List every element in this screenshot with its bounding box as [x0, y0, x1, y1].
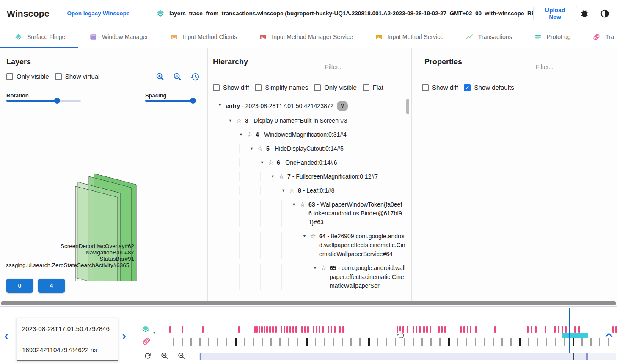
frame-tick[interactable] [333, 338, 334, 346]
horizontal-scrollbar[interactable] [1, 301, 616, 305]
transition-event-tick[interactable] [319, 326, 320, 333]
transition-event-tick[interactable] [339, 326, 341, 333]
transition-event-tick[interactable] [301, 326, 303, 333]
transition-event-tick[interactable] [494, 326, 496, 333]
tab-protolog[interactable]: ProtoLog [523, 27, 582, 48]
tab-input-method-service[interactable]: Input Method Service [364, 27, 454, 48]
transition-event-tick[interactable] [307, 326, 309, 333]
frame-tick[interactable] [226, 338, 227, 346]
transition-event-tick[interactable] [284, 326, 285, 333]
tree-node-7[interactable]: ▼☆7 - FullscreenMagnification:0:12#7 [208, 170, 405, 184]
transition-event-tick[interactable] [281, 326, 282, 333]
expand-caret-icon[interactable]: ▼ [271, 172, 278, 179]
transition-event-tick[interactable] [463, 326, 465, 333]
frame-tick[interactable] [528, 338, 529, 346]
pin-star-icon[interactable]: ☆ [236, 116, 245, 125]
transition-event-tick[interactable] [316, 326, 317, 333]
reset-view-icon[interactable] [190, 72, 200, 82]
frame-tick[interactable] [342, 338, 343, 346]
frame-tick[interactable] [182, 338, 183, 346]
pin-star-icon[interactable]: ☆ [289, 186, 298, 195]
tree-node-63[interactable]: ▼☆63 - WallpaperWindowToken{fa0eef6 toke… [208, 198, 405, 229]
transition-event-tick[interactable] [202, 326, 204, 333]
transition-event-tick[interactable] [413, 326, 414, 333]
transitions-trace-icon[interactable] [142, 336, 151, 346]
transition-event-tick[interactable] [328, 326, 329, 333]
pin-star-icon[interactable]: ☆ [247, 130, 256, 139]
tree-node-6[interactable]: ▼☆6 - OneHanded:0:14#6 [208, 156, 405, 170]
expand-caret-icon[interactable]: ▼ [239, 130, 247, 137]
expand-caret-icon[interactable]: ▼ [313, 264, 321, 270]
expand-caret-icon[interactable]: ▼ [303, 232, 310, 238]
collapse-timeline-icon[interactable] [604, 331, 614, 338]
frame-tick[interactable] [244, 338, 245, 346]
transition-event-tick[interactable] [475, 326, 477, 333]
frame-tick[interactable] [368, 338, 370, 346]
properties-filter-input[interactable] [535, 62, 611, 72]
checkbox-show-defaults[interactable]: ✓Show defaults [464, 84, 514, 91]
tree-node-entry[interactable]: ▼entry - 2023-08-28T17:01:50.421423872V [208, 98, 405, 114]
transition-event-tick[interactable] [562, 326, 563, 333]
transition-event-tick[interactable] [426, 326, 428, 333]
open-legacy-link[interactable]: Open legacy Winscope [67, 10, 130, 17]
frame-tick[interactable] [457, 338, 458, 346]
transition-event-tick[interactable] [565, 326, 567, 333]
display-button-4[interactable]: 4 [38, 279, 65, 293]
frame-tick[interactable] [270, 338, 272, 346]
display-button-0[interactable]: 0 [6, 279, 33, 293]
transition-event-tick[interactable] [438, 326, 440, 333]
tab-window-manager[interactable]: Window Manager [78, 27, 159, 48]
checkbox-box[interactable] [255, 84, 262, 91]
frame-tick[interactable] [546, 338, 547, 346]
frame-tick[interactable] [484, 338, 485, 346]
transition-event-tick[interactable] [272, 326, 274, 333]
frame-tick[interactable] [430, 338, 432, 346]
checkbox-box[interactable] [6, 73, 13, 80]
pin-star-icon[interactable]: ☆ [300, 200, 308, 209]
frame-tick[interactable] [590, 338, 592, 346]
frame-tick[interactable] [288, 338, 289, 346]
transition-event-tick[interactable] [558, 326, 559, 333]
refresh-icon[interactable] [143, 352, 152, 360]
transition-event-tick[interactable] [292, 326, 294, 333]
transition-event-tick[interactable] [266, 326, 268, 333]
tree-node-64[interactable]: ▼☆64 - 8e26909 com.google.android.wallpa… [208, 229, 405, 261]
rotation-slider[interactable] [6, 98, 59, 104]
checkbox-box[interactable] [422, 84, 429, 91]
frame-tick[interactable] [217, 338, 218, 346]
tab-transactions[interactable]: Transactions [454, 27, 523, 48]
checkbox-show-diff[interactable]: Show diff [422, 84, 458, 91]
expand-caret-icon[interactable]: ▼ [281, 186, 289, 193]
tab-input-method-clients[interactable]: Input Method Clients [159, 27, 248, 48]
transition-event-tick[interactable] [397, 326, 398, 333]
frame-tick[interactable] [173, 338, 174, 346]
frame-tick[interactable] [448, 338, 450, 346]
transition-event-tick[interactable] [467, 326, 468, 333]
frame-tick[interactable] [493, 338, 494, 346]
transition-event-tick[interactable] [264, 326, 265, 333]
frame-tick[interactable] [466, 338, 467, 346]
prev-entry-button[interactable]: ‹ [4, 331, 8, 340]
transition-event-tick[interactable] [527, 326, 529, 333]
checkbox-box[interactable]: ✓ [464, 84, 471, 91]
transition-event-tick[interactable] [554, 326, 556, 333]
transition-event-tick[interactable] [169, 326, 171, 333]
transition-event-tick[interactable] [259, 326, 260, 333]
checkbox-box[interactable] [363, 84, 369, 91]
transition-event-tick[interactable] [304, 326, 306, 333]
frame-tick[interactable] [377, 338, 378, 346]
transition-event-tick[interactable] [574, 326, 576, 333]
frame-tick[interactable] [599, 338, 600, 346]
overview-start-marker[interactable] [200, 353, 201, 360]
trace-dropdown-caret[interactable]: ▾ [153, 330, 155, 335]
frame-tick[interactable] [395, 338, 396, 346]
frame-tick[interactable] [199, 338, 201, 346]
frame-tick[interactable] [262, 338, 263, 346]
transition-event-tick[interactable] [313, 326, 314, 333]
transition-event-tick[interactable] [238, 326, 240, 333]
transition-event-tick[interactable] [269, 326, 271, 333]
checkbox-flat[interactable]: Flat [363, 84, 383, 91]
pin-star-icon[interactable]: ☆ [257, 144, 266, 153]
pin-star-icon[interactable]: ☆ [310, 232, 319, 240]
transition-event-tick[interactable] [416, 326, 417, 333]
